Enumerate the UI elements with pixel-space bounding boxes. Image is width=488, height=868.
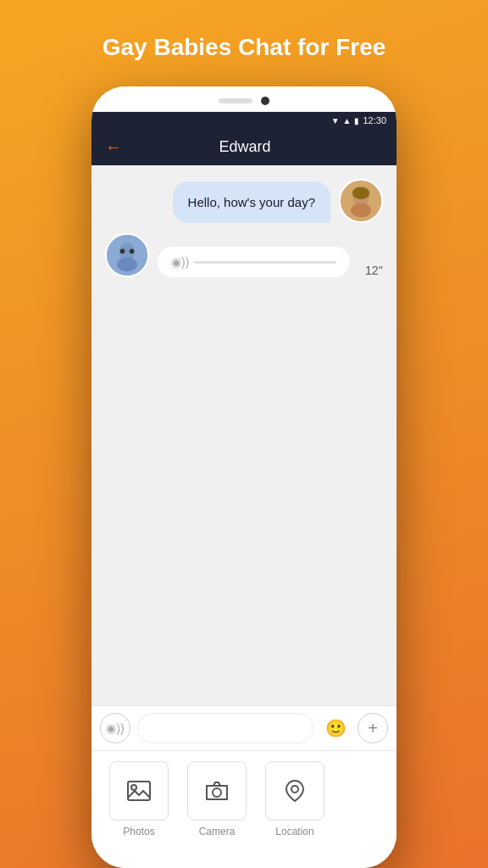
status-bar: ▼ ▲ ▮ 12:30 [92, 112, 396, 129]
media-photos-button[interactable]: Photos [105, 761, 173, 837]
media-location-button[interactable]: Location [261, 761, 329, 837]
media-camera-button[interactable]: Camera [183, 761, 251, 837]
plus-icon: + [368, 719, 378, 738]
chat-contact-name: Edward [132, 138, 383, 156]
phone-camera [261, 97, 269, 105]
emoji-button[interactable]: 🙂 [320, 713, 351, 743]
audio-duration: 12'' [365, 264, 383, 277]
status-icons: ▼ ▲ ▮ 12:30 [331, 115, 386, 125]
audio-wave-icon: ◉)) [171, 255, 189, 269]
media-panel: Photos Camera Location [92, 750, 396, 854]
message-row-sent: ◉)) 12'' [105, 233, 383, 277]
bubble-received: Hello, how's your day? [173, 181, 330, 223]
message-input[interactable] [137, 713, 313, 743]
svg-point-7 [120, 249, 125, 254]
audio-input-button[interactable]: ◉)) [100, 713, 130, 743]
plus-button[interactable]: + [358, 713, 388, 743]
chat-body: Hello, how's your day? ◉)) 1 [92, 165, 396, 705]
photos-label: Photos [123, 826, 154, 837]
camera-icon-box [187, 761, 247, 821]
audio-progress-bar [194, 261, 336, 264]
svg-point-3 [352, 186, 369, 199]
svg-point-10 [131, 785, 136, 790]
svg-point-2 [351, 203, 371, 218]
chat-header: ← Edward [92, 129, 396, 165]
phone-bottom-bar [92, 854, 396, 868]
location-icon [281, 777, 308, 804]
phone-mockup: ▼ ▲ ▮ 12:30 ← Edward [92, 86, 396, 868]
message-row-received: Hello, how's your day? [105, 179, 383, 223]
svg-point-11 [213, 788, 221, 797]
camera-icon [203, 777, 230, 804]
location-label: Location [275, 826, 313, 837]
signal-icon: ▲ [343, 116, 352, 125]
avatar-self [105, 233, 149, 277]
svg-point-12 [291, 786, 298, 793]
avatar-edward [339, 179, 383, 223]
battery-icon: ▮ [354, 116, 359, 125]
phone-top-bar [92, 86, 396, 112]
audio-bubble[interactable]: ◉)) [158, 247, 350, 277]
app-title-text: Gay Babies Chat for Free [86, 0, 403, 86]
phone-speaker [219, 98, 252, 103]
wifi-icon: ▼ [331, 116, 340, 125]
status-time: 12:30 [363, 115, 386, 125]
svg-point-8 [130, 249, 135, 254]
camera-label: Camera [199, 826, 236, 837]
audio-wave-small-icon: ◉)) [106, 721, 124, 735]
svg-point-6 [117, 258, 137, 272]
svg-rect-9 [128, 782, 150, 800]
image-icon [125, 777, 152, 804]
photos-icon-box [109, 761, 169, 821]
location-icon-box [265, 761, 324, 821]
back-button[interactable]: ← [105, 137, 122, 157]
chat-input-area: ◉)) 🙂 + [92, 705, 396, 750]
